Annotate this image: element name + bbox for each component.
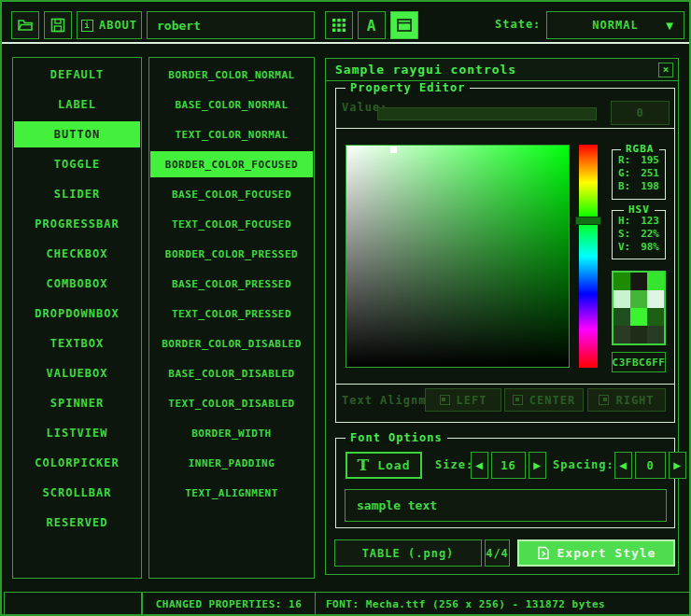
export-style-label: Export Style bbox=[557, 546, 656, 560]
statusbar-font-info: FONT: Mecha.ttf (256 x 256) - 131872 byt… bbox=[315, 592, 691, 616]
color-section: RGBA R: 195 G: 251 B: 198 HSV bbox=[335, 128, 675, 385]
palette-swatch[interactable] bbox=[630, 290, 647, 308]
font-options-title: Font Options bbox=[346, 431, 447, 444]
export-format-pager[interactable]: 4/4 bbox=[485, 539, 510, 567]
about-button[interactable]: i ABOUT bbox=[77, 11, 142, 39]
spacing-increase-button[interactable]: ▶ bbox=[669, 452, 686, 479]
list-item[interactable]: RESERVED bbox=[14, 510, 140, 536]
color-picker-cursor[interactable] bbox=[390, 147, 397, 153]
list-item[interactable]: COLORPICKER bbox=[14, 450, 140, 476]
font-view-button[interactable]: A bbox=[358, 11, 386, 39]
hsv-title: HSV bbox=[624, 203, 655, 216]
palette-swatch[interactable] bbox=[630, 308, 647, 326]
palette-swatch[interactable] bbox=[647, 326, 664, 343]
style-name-input[interactable]: robert bbox=[147, 11, 315, 39]
list-item[interactable]: TEXT_COLOR_FOCUSED bbox=[150, 211, 313, 237]
property-editor-title: Property Editor bbox=[346, 81, 470, 94]
list-item[interactable]: CHECKBOX bbox=[14, 241, 140, 267]
palette-swatch[interactable] bbox=[613, 290, 630, 308]
align-left-button[interactable]: LEFT bbox=[425, 388, 501, 412]
rgba-r-value: 195 bbox=[641, 154, 659, 167]
size-decrease-button[interactable]: ◀ bbox=[471, 452, 488, 479]
export-format-pager-value: 4/4 bbox=[486, 547, 509, 560]
sample-controls-panel: Sample raygui controls × Property Editor… bbox=[325, 58, 679, 575]
palette-swatch[interactable] bbox=[647, 290, 664, 308]
size-value: 16 bbox=[501, 459, 515, 472]
list-item[interactable]: SLIDER bbox=[14, 181, 140, 207]
list-item-selected[interactable]: BORDER_COLOR_FOCUSED bbox=[150, 151, 313, 177]
controls-view-button[interactable] bbox=[390, 11, 418, 39]
list-item[interactable]: DROPDOWNBOX bbox=[14, 301, 140, 327]
list-item[interactable]: TEXTBOX bbox=[14, 330, 140, 357]
list-item[interactable]: BORDER_COLOR_DISABLED bbox=[150, 330, 313, 357]
align-left-icon bbox=[440, 395, 450, 405]
list-item[interactable]: PROGRESSBAR bbox=[14, 211, 140, 237]
list-item[interactable]: BORDER_COLOR_PRESSED bbox=[150, 241, 313, 267]
list-item[interactable]: BORDER_WIDTH bbox=[150, 420, 313, 446]
hsv-group: HSV H: 123 S: 22% V: 98% bbox=[612, 210, 666, 259]
list-item[interactable]: SPINNER bbox=[14, 390, 140, 416]
palette-swatch[interactable] bbox=[613, 273, 630, 290]
hue-bar[interactable] bbox=[579, 145, 598, 368]
list-item[interactable]: TEXT_COLOR_DISABLED bbox=[150, 390, 313, 416]
state-dropdown[interactable]: NORMAL ▼ bbox=[546, 11, 684, 39]
align-left-label: LEFT bbox=[457, 394, 487, 407]
font-options-group: Font Options T Load Size: ◀ 16 ▶ Spacing… bbox=[335, 438, 675, 528]
style-table-view-button[interactable] bbox=[325, 11, 353, 39]
list-item[interactable]: TOGGLE bbox=[14, 151, 140, 177]
palette-swatch[interactable] bbox=[613, 326, 630, 343]
list-item[interactable]: BORDER_COLOR_NORMAL bbox=[150, 62, 313, 88]
list-item-selected[interactable]: BUTTON bbox=[14, 121, 140, 147]
list-item[interactable]: BASE_COLOR_FOCUSED bbox=[150, 181, 313, 207]
load-font-button[interactable]: T Load bbox=[346, 452, 422, 479]
hue-slider[interactable] bbox=[575, 217, 601, 225]
palette-swatch[interactable] bbox=[630, 273, 647, 290]
close-icon[interactable]: × bbox=[658, 63, 673, 77]
window-panel-icon bbox=[397, 19, 412, 32]
rgba-b-value: 198 bbox=[641, 180, 659, 193]
palette-swatch[interactable] bbox=[630, 326, 647, 343]
rgba-g-value: 251 bbox=[641, 167, 659, 180]
align-center-button[interactable]: CENTER bbox=[504, 388, 584, 412]
toolbar-divider bbox=[2, 42, 689, 44]
list-item[interactable]: INNER_PADDING bbox=[150, 450, 313, 476]
list-item[interactable]: LABEL bbox=[14, 91, 140, 118]
value-box-text: 0 bbox=[636, 106, 643, 119]
save-style-button[interactable] bbox=[44, 11, 72, 39]
color-picker-panel[interactable] bbox=[346, 145, 570, 368]
palette-swatch[interactable] bbox=[647, 308, 664, 326]
palette-swatch[interactable] bbox=[613, 308, 630, 326]
open-style-button[interactable] bbox=[11, 11, 39, 39]
size-value-box[interactable]: 16 bbox=[491, 452, 526, 479]
font-a-icon: A bbox=[367, 17, 377, 35]
list-item[interactable]: LISTVIEW bbox=[14, 420, 140, 446]
list-item[interactable]: VALUEBOX bbox=[14, 360, 140, 386]
list-item[interactable]: TEXT_COLOR_NORMAL bbox=[150, 121, 313, 147]
list-item[interactable]: SCROLLBAR bbox=[14, 480, 140, 506]
hex-color-input[interactable]: C3FBC6FF bbox=[612, 352, 666, 372]
spacing-decrease-button[interactable]: ◀ bbox=[614, 452, 632, 479]
floppy-disk-icon bbox=[50, 18, 65, 33]
list-item[interactable]: BASE_COLOR_NORMAL bbox=[150, 91, 313, 118]
list-item[interactable]: TEXT_COLOR_PRESSED bbox=[150, 301, 313, 327]
folder-open-icon bbox=[17, 18, 34, 33]
align-right-button[interactable]: RIGHT bbox=[587, 388, 666, 412]
list-item[interactable]: DEFAULT bbox=[14, 62, 140, 88]
export-file-icon bbox=[537, 546, 550, 560]
spacing-value-box[interactable]: 0 bbox=[635, 452, 666, 479]
list-item[interactable]: TEXT_ALIGNMENT bbox=[150, 480, 313, 506]
export-style-button[interactable]: Export Style bbox=[517, 539, 675, 567]
list-item[interactable]: BASE_COLOR_DISABLED bbox=[150, 360, 313, 386]
hsv-s-value: 22% bbox=[641, 228, 659, 241]
size-increase-button[interactable]: ▶ bbox=[529, 452, 546, 479]
list-item[interactable]: COMBOBOX bbox=[14, 271, 140, 297]
align-center-label: CENTER bbox=[529, 394, 575, 407]
value-box[interactable]: 0 bbox=[611, 101, 670, 125]
sample-text-input[interactable]: sample text bbox=[345, 489, 667, 522]
load-font-label: Load bbox=[377, 458, 410, 472]
palette-swatch[interactable] bbox=[647, 273, 664, 290]
export-format-combobox[interactable]: TABLE (.png) bbox=[334, 539, 482, 567]
hsv-h-value: 123 bbox=[641, 215, 659, 228]
list-item[interactable]: BASE_COLOR_PRESSED bbox=[150, 271, 313, 297]
value-slider[interactable] bbox=[377, 107, 597, 120]
